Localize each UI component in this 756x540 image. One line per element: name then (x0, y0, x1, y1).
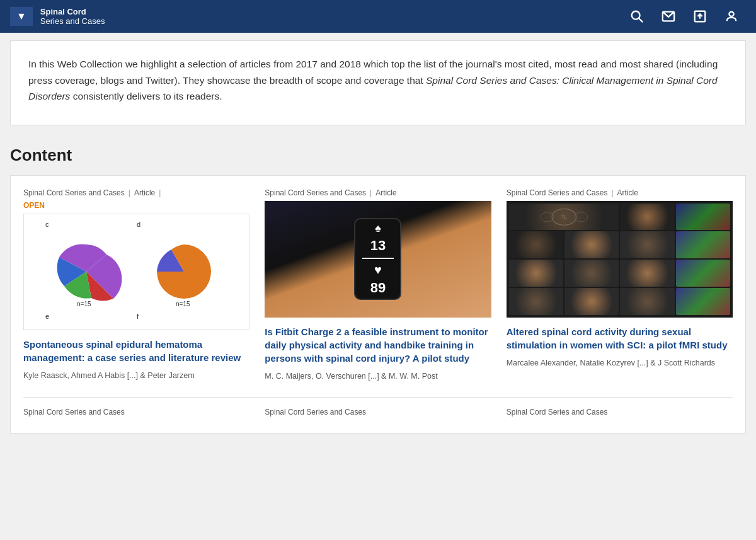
search-button[interactable] (622, 4, 651, 28)
header: ▼ Spinal Cord Series and Cases (0, 0, 756, 33)
article-journal-2: Spinal Cord Series and Cases (265, 188, 366, 197)
article-image-1: c d (23, 214, 249, 330)
mri-cell-8 (509, 260, 563, 287)
bottom-meta-3: Spinal Cord Series and Cases (507, 408, 733, 416)
bottom-meta-1: Spinal Cord Series and Cases (23, 408, 249, 416)
fitbit-device: ♠ 13 ♥ 89 (354, 218, 401, 300)
pie-label-n15-left: n=15 (77, 301, 91, 307)
mri-cell-4 (509, 231, 563, 258)
article-meta-2: Spinal Cord Series and Cases | Article (265, 188, 491, 197)
user-icon (724, 9, 738, 23)
dropdown-icon: ▼ (16, 11, 26, 22)
mri-cell-6 (620, 231, 674, 258)
article-journal-3: Spinal Cord Series and Cases (507, 188, 608, 197)
mri-cell-15 (676, 288, 730, 315)
svg-point-8 (541, 212, 554, 222)
mri-image: TL (507, 201, 733, 318)
article-meta-1: Spinal Cord Series and Cases | Article | (23, 188, 249, 197)
article-open-1: OPEN (23, 201, 249, 210)
svg-point-9 (574, 212, 587, 222)
header-title-block: Spinal Cord Series and Cases (40, 7, 105, 26)
mri-cell-11 (676, 260, 730, 287)
separator-2: | (370, 188, 372, 197)
article-image-3: TL (507, 201, 733, 318)
header-title-main: Spinal Cord (40, 7, 105, 17)
mail-button[interactable] (654, 4, 683, 28)
header-title-sub: Series and Cases (40, 16, 105, 26)
mri-cell-7 (676, 231, 730, 258)
article-card-1: Spinal Cord Series and Cases | Article |… (23, 188, 249, 382)
svg-point-0 (632, 11, 640, 20)
header-icons (622, 4, 746, 28)
separator-1b: | (159, 188, 161, 197)
article-card-3: Spinal Cord Series and Cases | Article T… (507, 188, 733, 382)
fitbit-image: ♠ 13 ♥ 89 (265, 201, 491, 318)
article-journal-1: Spinal Cord Series and Cases (23, 188, 125, 197)
separator-3: | (611, 188, 613, 197)
mri-cell-10 (620, 260, 674, 287)
svg-point-6 (552, 209, 576, 225)
header-left: ▼ Spinal Cord Series and Cases (10, 7, 105, 26)
upload-button[interactable] (685, 4, 714, 28)
mri-cell-13 (564, 288, 619, 315)
pie-label-n15-right: n=15 (176, 301, 190, 307)
article-type-1: Article (134, 188, 155, 197)
articles-container: Spinal Cord Series and Cases | Article |… (10, 175, 746, 434)
mri-cell-12 (509, 288, 563, 315)
separator-1: | (129, 188, 130, 197)
articles-grid: Spinal Cord Series and Cases | Article |… (23, 188, 733, 382)
mri-cell-2 (620, 204, 674, 231)
bottom-journal-3: Spinal Cord Series and Cases (507, 408, 608, 416)
article-authors-3: Marcalee Alexander, Natalie Kozyrev [...… (507, 358, 733, 369)
pie-chart-svg: c d (36, 218, 238, 325)
svg-text:TL: TL (561, 214, 566, 219)
mri-cell-9 (564, 260, 619, 287)
article-type-2: Article (375, 188, 396, 197)
bottom-journal-1: Spinal Cord Series and Cases (23, 408, 125, 416)
intro-section: In this Web Collection we highlight a se… (10, 40, 746, 125)
intro-text-after: consistently delivers to its readers. (70, 91, 222, 101)
mri-cell-3 (676, 204, 730, 231)
svg-line-1 (639, 18, 643, 22)
article-image-2: ♠ 13 ♥ 89 (265, 201, 491, 318)
article-authors-2: M. C. Maijers, O. Verschuren [...] & M. … (265, 371, 491, 382)
article-meta-3: Spinal Cord Series and Cases | Article (507, 188, 733, 197)
pie-label-f: f (137, 313, 139, 320)
pie-label-d: d (137, 221, 140, 228)
mail-icon (662, 9, 675, 23)
user-button[interactable] (717, 4, 746, 28)
bottom-meta-2: Spinal Cord Series and Cases (265, 408, 491, 416)
pie-label-c: c (45, 221, 49, 228)
article-authors-1: Kyle Raasck, Ahmed A Habis [...] & Peter… (23, 371, 249, 382)
svg-point-5 (729, 12, 733, 16)
bottom-row: Spinal Cord Series and Cases Spinal Cord… (23, 397, 733, 420)
mri-cell-1: TL (509, 204, 619, 231)
article-title-1[interactable]: Spontaneous spinal epidural hematoma man… (23, 338, 249, 364)
open-badge-1: OPEN (23, 201, 45, 210)
mri-cell-14 (620, 288, 674, 315)
article-title-3[interactable]: Altered spinal cord activity during sexu… (507, 325, 733, 352)
content-heading: Content (10, 133, 746, 175)
pie-label-e: e (45, 313, 49, 320)
bottom-journal-2: Spinal Cord Series and Cases (265, 408, 366, 416)
header-dropdown-button[interactable]: ▼ (10, 7, 33, 26)
article-card-2: Spinal Cord Series and Cases | Article ♠… (265, 188, 491, 382)
upload-icon (693, 9, 707, 23)
intro-text: In this Web Collection we highlight a se… (28, 56, 728, 105)
content-section: Content Spinal Cord Series and Cases | A… (10, 133, 746, 434)
article-type-3: Article (617, 188, 638, 197)
search-icon (630, 9, 644, 23)
mri-cell-5 (564, 231, 619, 258)
article-title-2[interactable]: Is Fitbit Charge 2 a feasible instrument… (265, 325, 491, 365)
